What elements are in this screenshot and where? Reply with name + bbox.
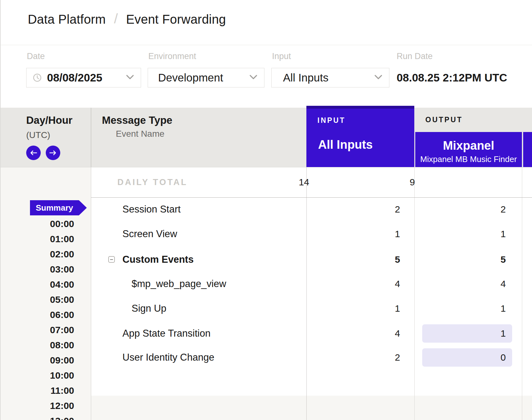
event-name-subheader: Event Name (116, 129, 164, 139)
hour-label[interactable]: 08:00 (1, 340, 74, 350)
message-type-header: Message Type (102, 114, 172, 126)
row-label: App State Transition (122, 321, 210, 346)
input-group-label: INPUT (317, 116, 346, 125)
day-hour-timezone: (UTC) (26, 130, 50, 140)
day-hour-header: Day/Hour (26, 114, 73, 126)
input-column-accent-strip (306, 106, 414, 109)
hour-label[interactable]: 07:00 (1, 325, 74, 335)
table-row: Custom Events 5 5 (0, 247, 532, 272)
event-forwarding-page: Data Platform / Event Forwarding Date En… (0, 0, 532, 420)
date-dropdown[interactable]: 08/08/2025 (26, 68, 141, 87)
hour-label[interactable]: 01:00 (1, 234, 74, 244)
chevron-down-icon (250, 75, 257, 81)
input-column-name: All Inputs (318, 138, 373, 152)
breadcrumb-separator: / (114, 11, 118, 27)
column-divider (91, 108, 91, 167)
date-filter-label: Date (27, 51, 45, 61)
hour-label[interactable]: 03:00 (1, 265, 74, 274)
daily-total-output-value: 9 (323, 167, 415, 197)
output-column-subtitle: Mixpanel MB Music Finder (415, 154, 522, 164)
daily-total-label: DAILY TOTAL (117, 167, 188, 197)
output-column-header[interactable]: Mixpanel Mixpanel MB Music Finder (415, 132, 522, 167)
arrow-left-icon (30, 150, 37, 156)
row-output-value-highlighted: 1 (422, 324, 512, 343)
row-input-value: 4 (316, 321, 400, 346)
row-label: Screen View (122, 222, 177, 246)
daily-total-input-value: 14 (225, 167, 309, 197)
row-output-value: 1 (414, 296, 506, 321)
environment-filter-label: Environment (148, 51, 196, 61)
environment-dropdown[interactable]: Development (148, 68, 264, 87)
environment-value: Development (158, 71, 223, 84)
clock-icon (33, 73, 42, 82)
input-dropdown[interactable]: All Inputs (271, 68, 389, 87)
header-divider (1, 45, 532, 45)
table-row: Screen View 1 1 (0, 222, 532, 246)
hour-label[interactable]: 10:00 (1, 371, 74, 380)
row-input-value: 2 (316, 345, 400, 370)
table-footer-area (91, 396, 532, 420)
chevron-down-icon (126, 75, 134, 81)
hour-label[interactable]: 06:00 (1, 310, 74, 320)
row-output-value-highlighted: 0 (422, 348, 512, 367)
breadcrumb-parent[interactable]: Data Platform (28, 12, 106, 27)
output-column-name: Mixpanel (415, 139, 522, 153)
input-value: All Inputs (283, 71, 328, 84)
breadcrumb: Data Platform / Event Forwarding (28, 11, 226, 27)
output-column-partial[interactable] (523, 132, 532, 167)
next-day-button[interactable] (46, 146, 60, 160)
hour-label[interactable]: 00:00 (1, 219, 74, 229)
table-row: Sign Up 1 1 (0, 296, 532, 321)
row-output-value: 5 (414, 247, 506, 272)
table-row: Session Start 2 2 (0, 197, 532, 222)
row-input-value: 4 (316, 272, 400, 296)
chevron-down-icon (375, 75, 382, 81)
row-label: User Identity Change (122, 345, 214, 370)
daily-total-row: DAILY TOTAL (91, 167, 532, 197)
row-label: $mp_web_page_view (132, 272, 226, 296)
row-label: Custom Events (122, 247, 194, 272)
hour-label[interactable]: 02:00 (1, 249, 74, 259)
date-value: 08/08/2025 (47, 71, 102, 84)
table-row: App State Transition 4 1 (0, 321, 532, 346)
page-title: Event Forwarding (126, 12, 226, 27)
hour-label[interactable]: 05:00 (1, 295, 74, 304)
hour-label[interactable]: 12:00 (1, 401, 74, 411)
run-date-label: Run Date (397, 51, 433, 61)
row-input-value: 1 (316, 222, 400, 246)
hour-label[interactable]: 13:00 (1, 416, 74, 420)
row-label: Session Start (122, 197, 180, 222)
input-column-header[interactable]: INPUT All Inputs (306, 106, 414, 167)
row-input-value: 2 (316, 197, 400, 222)
row-label: Sign Up (132, 296, 166, 321)
row-input-value: 5 (316, 247, 400, 272)
table-row: User Identity Change 2 0 (0, 345, 532, 370)
previous-day-button[interactable] (26, 146, 41, 160)
row-output-value: 1 (414, 222, 506, 246)
collapse-icon[interactable] (108, 256, 115, 263)
output-group-label: OUTPUT (425, 116, 463, 124)
input-filter-label: Input (272, 51, 291, 61)
run-date-value: 08.08.25 2:12PM UTC (397, 68, 507, 87)
hour-label[interactable]: 04:00 (1, 280, 74, 289)
hour-label[interactable]: 09:00 (1, 356, 74, 365)
table-row: $mp_web_page_view 4 4 (0, 272, 532, 296)
row-output-value: 4 (414, 272, 506, 296)
arrow-right-icon (49, 150, 57, 156)
hour-label[interactable]: 11:00 (1, 386, 74, 395)
row-input-value: 1 (316, 296, 400, 321)
row-output-value: 2 (414, 197, 506, 222)
